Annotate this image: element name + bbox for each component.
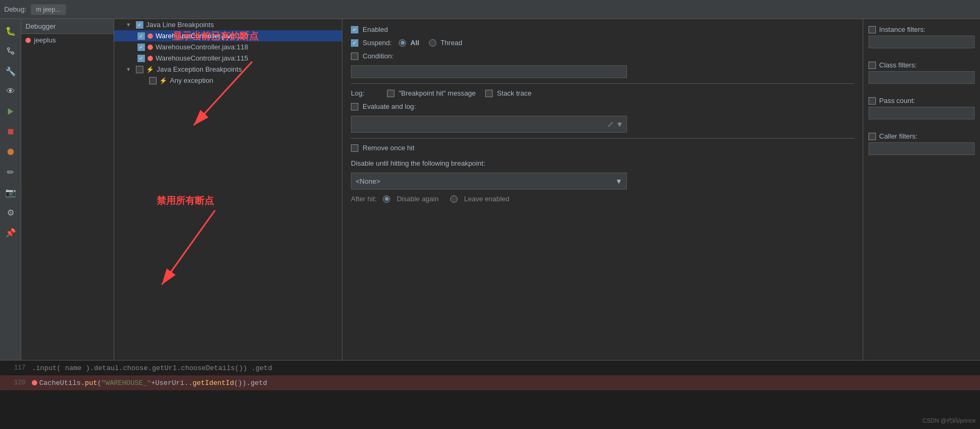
pass-count-checkbox[interactable] — [869, 97, 876, 105]
caller-filters-input[interactable] — [869, 142, 975, 155]
main-area: 🐛 🔧 👁 ✏ 📷 ⚙ 📌 Debugger jeeplus — [0, 19, 980, 360]
disable-until-value: <None> — [356, 177, 380, 185]
evaluate-checkbox[interactable] — [351, 103, 358, 110]
disable-again-radio[interactable] — [383, 195, 390, 203]
tree-group-java-line[interactable]: ▼ ✓ Java Line Breakpoints — [114, 19, 342, 30]
class-filters-label: Class filters: — [879, 61, 917, 69]
stop-icon[interactable] — [3, 124, 18, 139]
breakpoints-container: ▼ ✓ Java Line Breakpoints ✓ WarehouseCon… — [114, 19, 342, 360]
dropdown-icon[interactable]: ▼ — [616, 120, 623, 128]
item-checkbox-115[interactable]: ✓ — [137, 55, 145, 62]
eye-icon[interactable]: 👁 — [3, 84, 18, 99]
group-checkbox-java-line[interactable]: ✓ — [136, 21, 143, 29]
camera-icon[interactable]: 📷 — [3, 185, 18, 200]
bp-dot-120 — [148, 33, 153, 39]
wrench-icon[interactable]: 🔧 — [3, 64, 18, 79]
item-label-115: WarehouseController.java:115 — [156, 54, 248, 62]
bp-dot-118 — [148, 45, 153, 50]
evaluate-input[interactable] — [355, 121, 605, 128]
instance-filters-label-row: Instance filters: — [869, 25, 975, 33]
leave-enabled-radio[interactable] — [450, 195, 458, 203]
svg-rect-5 — [8, 129, 13, 134]
gear-icon[interactable]: ⚙ — [3, 205, 18, 220]
class-filters-input[interactable] — [869, 71, 975, 84]
all-label: All — [410, 39, 419, 47]
lightning-icon: ⚡ — [146, 66, 154, 73]
divider-1 — [351, 83, 854, 84]
instance-filters-input[interactable] — [869, 36, 975, 48]
breakpoint-hit-label: "Breakpoint hit" message — [399, 89, 476, 97]
disable-until-label: Disable until hitting the following brea… — [351, 159, 854, 167]
item-checkbox-118[interactable]: ✓ — [137, 44, 145, 51]
enabled-checkbox[interactable]: ✓ — [351, 26, 358, 33]
tree-item-warehouse-115[interactable]: ✓ WarehouseController.java:115 — [114, 53, 342, 64]
line-number-120: 120 — [4, 379, 25, 387]
disable-until-dropdown[interactable]: <None> ▼ — [351, 173, 627, 190]
debugger-panel: Debugger jeeplus — [21, 19, 114, 360]
debug-bar: Debug: m jeep... — [0, 0, 980, 19]
lightning-icon-any: ⚡ — [159, 77, 167, 84]
remove-once-hit-label: Remove once hit — [363, 144, 415, 152]
debugger-header: Debugger — [21, 19, 114, 34]
debugger-item-jeeplus[interactable]: jeeplus — [21, 34, 114, 46]
stack-trace-label: Stack trace — [497, 89, 531, 97]
condition-input[interactable] — [351, 65, 627, 78]
group-label-java-line: Java Line Breakpoints — [146, 21, 214, 29]
bp-dot-small-120 — [32, 380, 37, 385]
chevron-down-icon: ▼ — [126, 22, 133, 28]
properties-panel: ✓ Enabled ✓ Suspend: All Thread Conditio… — [342, 19, 863, 360]
item-label-any-exception: Any exception — [170, 76, 213, 84]
item-checkbox-120[interactable]: ✓ — [137, 32, 145, 40]
bp-dot-115 — [148, 56, 153, 61]
divider-2 — [351, 138, 854, 139]
tree-item-warehouse-118[interactable]: ✓ WarehouseController.java:118 — [114, 41, 342, 53]
condition-checkbox[interactable] — [351, 53, 358, 60]
debug-label: Debug: — [4, 5, 27, 13]
thread-radio[interactable] — [429, 39, 436, 47]
svg-point-6 — [7, 149, 14, 155]
instance-filters-label: Instance filters: — [879, 25, 925, 33]
stack-trace-checkbox[interactable] — [485, 90, 493, 97]
tree-item-warehouse-120[interactable]: ✓ WarehouseController.java:120 — [114, 30, 342, 41]
bug-icon[interactable]: 🐛 — [3, 23, 18, 38]
condition-label: Condition: — [363, 52, 394, 60]
pass-count-input[interactable] — [869, 107, 975, 119]
tree-group-java-exception[interactable]: ▼ ⚡ Java Exception Breakpoints — [114, 64, 342, 75]
item-label-118: WarehouseController.java:118 — [156, 43, 248, 51]
pass-count-row: Pass count: — [869, 97, 975, 119]
suspend-row: ✓ Suspend: All Thread — [351, 39, 854, 47]
condition-input-wrap — [351, 65, 854, 78]
debug-tab[interactable]: m jeep... — [31, 4, 66, 15]
group-checkbox-exception[interactable] — [136, 66, 143, 73]
filters-panel: Instance filters: Class filters: Pass co… — [863, 19, 980, 360]
class-filters-checkbox[interactable] — [869, 62, 876, 69]
leave-enabled-label: Leave enabled — [464, 195, 509, 203]
pin-icon[interactable]: 📌 — [3, 225, 18, 240]
group-label-exception: Java Exception Breakpoints — [157, 65, 242, 73]
log-row: Log: "Breakpoint hit" message Stack trac… — [351, 89, 854, 97]
evaluate-label: Evaluate and log: — [363, 102, 416, 110]
suspend-checkbox[interactable]: ✓ — [351, 39, 358, 47]
disable-again-label: Disable again — [397, 195, 439, 203]
class-filters-label-row: Class filters: — [869, 61, 975, 69]
breakpoint-hit-checkbox[interactable] — [387, 90, 394, 97]
pass-count-label-row: Pass count: — [869, 97, 975, 105]
sidebar-icons: 🐛 🔧 👁 ✏ 📷 ⚙ 📌 — [0, 19, 21, 360]
play-icon[interactable] — [3, 104, 18, 119]
debugger-item-label: jeeplus — [34, 36, 56, 44]
all-radio[interactable] — [399, 39, 406, 47]
expand-icon[interactable]: ⤢ — [607, 120, 614, 128]
instance-filters-checkbox[interactable] — [869, 26, 876, 33]
git-icon[interactable] — [3, 44, 18, 58]
caller-filters-label: Caller filters: — [879, 132, 917, 140]
item-checkbox-any-exception[interactable] — [149, 77, 157, 84]
condition-row: Condition: — [351, 52, 854, 60]
tree-item-any-exception[interactable]: ⚡ Any exception — [114, 75, 342, 86]
remove-once-hit-checkbox[interactable] — [351, 144, 358, 152]
caller-filters-checkbox[interactable] — [869, 133, 876, 140]
thread-label: Thread — [441, 39, 462, 47]
error-dot — [25, 38, 31, 43]
svg-marker-4 — [8, 108, 13, 115]
brush-icon[interactable]: ✏ — [3, 165, 18, 179]
sphere-icon[interactable] — [3, 144, 18, 159]
